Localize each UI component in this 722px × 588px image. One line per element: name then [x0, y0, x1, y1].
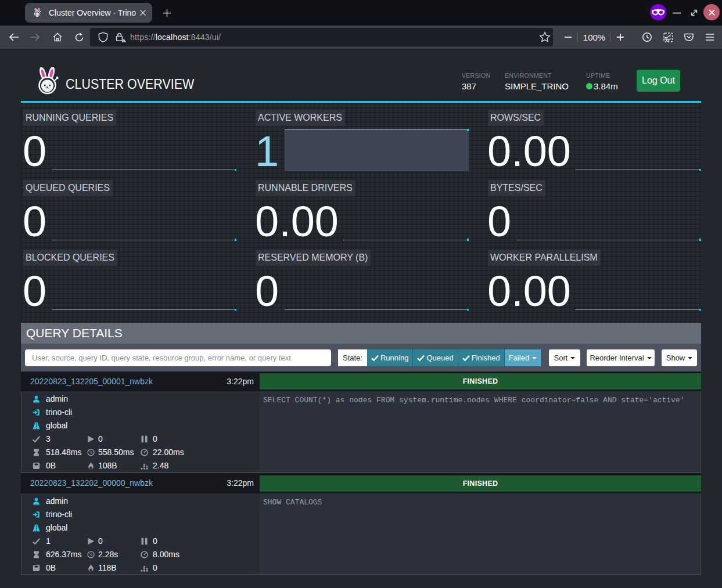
history-icon[interactable] — [638, 28, 656, 46]
query-resource-group: global — [46, 419, 67, 432]
tracking-shield-icon[interactable] — [98, 32, 108, 42]
stat-running-queries: RUNNING QUERIES 0 — [23, 110, 236, 170]
completed-splits-icon — [33, 435, 40, 443]
sparkline — [285, 309, 469, 310]
filter-failed-dropdown[interactable]: Failed — [504, 349, 541, 366]
pocket-icon[interactable] — [680, 28, 698, 46]
filter-running-button[interactable]: Running — [367, 349, 412, 366]
check-icon — [462, 354, 470, 362]
restore-icon — [689, 8, 699, 17]
window-close-button[interactable] — [703, 4, 720, 20]
stat-blocked-queries: BLOCKED QUERIES 0 — [23, 250, 236, 310]
sort-dropdown[interactable]: Sort — [549, 349, 580, 366]
check-icon — [371, 354, 379, 362]
completed-splits: 1 — [46, 535, 51, 548]
button-label: Sort — [554, 353, 568, 362]
stat-runnable-drivers: RUNNABLE DRIVERS 0.00 — [256, 180, 469, 240]
connection-lock-icon[interactable] — [115, 32, 126, 42]
sparkline-dot — [235, 169, 237, 171]
forward-button[interactable] — [26, 28, 44, 46]
search-input[interactable] — [25, 349, 331, 366]
sparkline-line — [52, 309, 235, 310]
uptime-text: 3.84m — [594, 81, 618, 91]
query-row-header: 20220823_132202_00000_nwbzk 3:22pm FINIS… — [21, 473, 701, 493]
query-row-header: 20220823_132205_00001_nwbzk 3:22pm FINIS… — [21, 371, 701, 391]
menu-icon[interactable] — [701, 28, 719, 46]
query-time: 3:22pm — [21, 371, 254, 391]
cumulative-memory-icon — [141, 564, 148, 572]
home-icon — [52, 32, 63, 42]
logout-button[interactable]: Log Out — [637, 70, 680, 92]
screenshot-icon[interactable] — [659, 28, 677, 46]
peak-memory: 108B — [98, 459, 117, 472]
pocket-shield-icon — [684, 32, 694, 42]
cpu-time: 8.00ms — [153, 548, 179, 561]
cumulative-memory: 0 — [153, 561, 157, 575]
resource-group-icon — [33, 524, 40, 532]
caret-down-icon — [570, 357, 575, 359]
zoom-controls: 100% — [559, 28, 630, 46]
state-label: State: — [338, 349, 367, 366]
running-splits: 0 — [98, 535, 103, 548]
filter-queued-button[interactable]: Queued — [412, 349, 457, 366]
trino-page: CLUSTER OVERVIEW VERSION 387 ENVIRONMENT… — [0, 49, 722, 588]
reorder-interval-dropdown[interactable]: Reorder Interval — [587, 349, 655, 366]
stat-value: 0.00 — [487, 129, 571, 174]
peak-memory: 118B — [98, 561, 117, 575]
running-splits-icon — [87, 538, 95, 545]
url-bar[interactable]: https://localhost:8443/ui/ — [90, 28, 553, 46]
zoom-in-button[interactable] — [611, 28, 630, 46]
toolbar-right — [635, 28, 719, 46]
stat-label: RUNNING QUERIES — [23, 110, 116, 126]
stat-queued-queries: QUEUED QUERIES 0 — [23, 180, 236, 240]
query-sql-panel: SHOW CATALOGS — [260, 493, 701, 574]
scissors-icon — [663, 32, 674, 43]
peak-memory-icon — [87, 564, 95, 572]
total-time-icon — [87, 551, 95, 558]
page-title: CLUSTER OVERVIEW — [66, 76, 194, 92]
query-status-bar: FINISHED — [260, 475, 701, 492]
sparkline-dot — [467, 239, 469, 241]
current-memory: 0B — [46, 459, 56, 472]
cpu-time-icon — [141, 551, 148, 558]
mask-icon — [651, 5, 665, 19]
total-time: 2.28s — [98, 548, 118, 561]
wall-time: 626.37ms — [46, 548, 81, 561]
cluster-stats: RUNNING QUERIES 0 ACTIVE WORKERS 1 ROWS/… — [21, 103, 701, 323]
total-time: 558.50ms — [98, 446, 134, 459]
sparkline-dot — [467, 309, 469, 311]
environment-block: ENVIRONMENT SIMPLE_TRINO — [505, 72, 569, 91]
sparkline — [52, 169, 236, 170]
query-details-toolbar: State: Running Queued Finished Failed So… — [21, 344, 701, 371]
stat-value-link[interactable]: 1 — [255, 129, 279, 174]
zoom-level[interactable]: 100% — [578, 33, 610, 42]
stat-label: QUEUED QUERIES — [23, 180, 113, 196]
home-button[interactable] — [48, 28, 67, 46]
hamburger-icon — [705, 33, 714, 41]
stat-bytes-sec: BYTES/SEC 0 — [488, 180, 701, 240]
stat-worker-parallelism: WORKER PARALLELISM 0.00 — [488, 250, 701, 310]
reload-button[interactable] — [70, 28, 88, 46]
filter-finished-button[interactable]: Finished — [458, 349, 504, 366]
query-row-body: admin trino-cli global 1 0 0 626.37ms 2.… — [21, 493, 701, 575]
bookmark-star-icon[interactable] — [538, 30, 552, 46]
sparkline-line — [285, 309, 468, 310]
running-splits: 0 — [98, 432, 103, 446]
stat-label: BYTES/SEC — [488, 180, 545, 196]
button-label: Running — [380, 353, 408, 362]
peak-memory-icon — [87, 462, 95, 470]
uptime-label: UPTIME — [586, 72, 618, 79]
queued-splits: 0 — [153, 535, 157, 548]
zoom-out-button[interactable] — [559, 28, 577, 46]
stat-rows-sec: ROWS/SEC 0.00 — [488, 110, 701, 170]
cpu-time-icon — [141, 449, 148, 456]
button-label: Queued — [426, 353, 453, 362]
browser-toolbar: https://localhost:8443/ui/ 100% — [0, 26, 722, 49]
uptime-value: 3.84m — [586, 81, 618, 91]
window-maximize-button[interactable] — [686, 5, 702, 21]
window-minimize-button[interactable] — [669, 5, 685, 21]
version-label: VERSION — [462, 72, 490, 79]
environment-label: ENVIRONMENT — [505, 72, 569, 79]
back-button[interactable] — [5, 28, 23, 46]
show-dropdown[interactable]: Show — [662, 349, 697, 366]
